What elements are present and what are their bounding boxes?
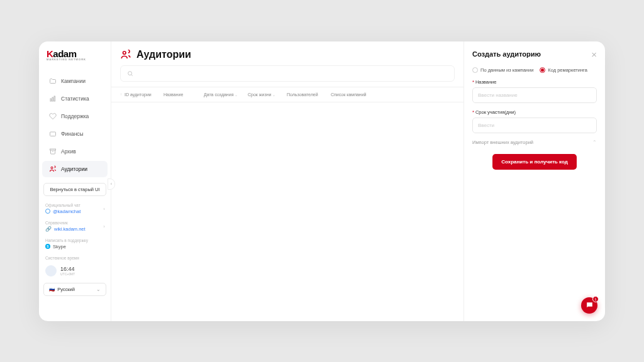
official-chat-link[interactable]: Официальный чат @kadamchat › [39,200,111,217]
sidebar-item-label: Кампании [61,78,86,84]
sidebar-item-label: Аудитории [61,166,87,172]
info-value: @kadamchat [53,209,80,214]
sort-icon: ⌄ [235,92,238,97]
chevron-right-icon: › [103,206,105,211]
column-users[interactable]: Пользователей [287,92,328,97]
create-audience-panel: Создать аудиторию × По данным из кампани… [464,41,605,321]
radio-unchecked-icon [472,67,478,73]
sidebar-item-label: Поддержка [61,113,89,119]
language-value: Русский [57,287,75,292]
column-created[interactable]: Дата создания⌄ [204,92,245,97]
sidebar-item-label: Архив [61,148,76,155]
table-header: ↑ ID аудитории Название Дата создания⌄ С… [111,87,464,102]
clock-icon [45,265,57,277]
sidebar-item-audiences[interactable]: Аудитории [42,161,108,177]
import-audiences-toggle[interactable]: Импорт внешних аудиторий ⌃ [472,140,597,145]
sidebar-item-support[interactable]: Поддержка [42,108,108,124]
sidebar-item-label: Финансы [61,131,84,137]
search-input[interactable] [120,65,455,82]
info-title: Написать в поддержку [45,238,104,243]
column-name[interactable]: Название [164,92,201,97]
svg-point-5 [51,167,53,168]
name-field-label: *Название [472,79,597,85]
telegram-icon [45,209,50,214]
sort-icon[interactable]: ↑ [120,92,122,96]
audience-icon [49,165,57,173]
chat-bubble-button[interactable]: 1 [581,297,597,314]
folder-icon [49,77,57,85]
svg-rect-0 [50,99,52,101]
audience-icon [120,49,131,60]
svg-rect-1 [52,97,53,101]
radio-label: Код ремаркетинга [548,67,587,73]
chevron-up-icon: ⌃ [592,140,597,145]
sort-icon: ⌄ [272,92,275,97]
search-row [111,65,464,87]
app-window: Kadam MARKETING NETWORK Кампании Статист… [39,41,605,321]
archive-icon [49,148,57,155]
svg-rect-2 [54,96,55,101]
main-content: Аудитории ↑ ID аудитории Название Дата с… [111,41,464,321]
info-value: Skype [53,244,66,250]
info-title: Справочник [45,221,104,225]
old-ui-button[interactable]: Вернуться в старый UI [43,183,106,196]
svg-point-6 [123,51,126,54]
chart-icon [49,95,57,102]
info-value: wiki.kadam.net [54,226,86,232]
save-button[interactable]: Сохранить и получить код [492,154,577,170]
radio-campaign-data[interactable]: По данным из кампании [472,67,533,73]
logo: Kadam MARKETING NETWORK [39,48,111,67]
chat-badge: 1 [592,296,599,302]
sidebar-item-campaigns[interactable]: Кампании [42,73,108,89]
skype-icon: S [45,244,50,249]
radio-checked-icon [540,67,545,73]
panel-title: Создать аудиторию [472,50,541,58]
docs-link[interactable]: Справочник 🔗wiki.kadam.net › [39,217,111,235]
sidebar: Kadam MARKETING NETWORK Кампании Статист… [39,41,111,321]
radio-remarketing-code[interactable]: Код ремаркетинга [540,67,587,73]
sidebar-item-label: Статистика [61,96,89,102]
flag-icon: 🇷🇺 [49,287,55,292]
link-icon: 🔗 [45,226,52,232]
close-icon[interactable]: × [591,49,597,60]
heart-icon [49,112,57,120]
nav: Кампании Статистика Поддержка Финансы Ар… [39,72,111,178]
column-id[interactable]: ID аудитории [125,92,161,97]
support-contact[interactable]: Написать в поддержку SSkype [39,235,111,253]
audience-type-radio-group: По данным из кампании Код ремаркетинга [472,67,597,73]
column-lifetime[interactable]: Срок жизни⌄ [248,92,284,97]
chat-icon [586,301,594,309]
svg-rect-4 [50,149,56,150]
svg-rect-3 [50,132,56,136]
system-time: 16:44 UTC+0MT [39,263,111,279]
logo-subtitle: MARKETING NETWORK [47,58,103,61]
chevron-right-icon: › [103,223,105,229]
name-input[interactable] [472,87,597,103]
sidebar-item-archive[interactable]: Архив [42,143,108,160]
time-value: 16:44 [60,266,75,272]
term-input[interactable] [472,118,597,133]
wallet-icon [49,130,57,138]
radio-label: По данным из кампании [480,67,533,73]
svg-point-7 [128,71,132,75]
page-title: Аудитории [136,49,191,60]
chevron-down-icon: ⌄ [96,287,101,292]
time-zone: UTC+0MT [60,272,75,276]
info-title: Официальный чат [45,203,104,207]
sidebar-item-stats[interactable]: Статистика [42,90,108,107]
column-campaigns[interactable]: Список кампаний [331,92,455,97]
term-field-label: *Срок участия(дни) [472,109,597,115]
search-icon [127,70,133,77]
page-header: Аудитории [111,41,464,65]
sidebar-item-finance[interactable]: Финансы [42,126,108,142]
system-time-label: Системное время [39,253,111,263]
language-select[interactable]: 🇷🇺 Русский ⌄ [43,283,106,296]
sidebar-collapse-button[interactable]: ‹ [108,178,115,190]
import-label: Импорт внешних аудиторий [472,140,533,145]
